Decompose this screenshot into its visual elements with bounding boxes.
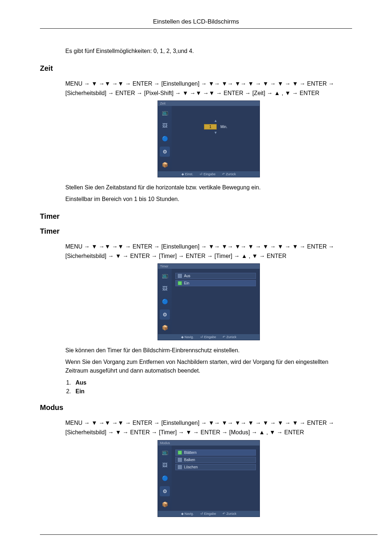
osd-icon-setup-icon[interactable]: ⚙: [160, 486, 170, 496]
osd-icon-multi-icon[interactable]: 📦: [160, 323, 170, 333]
checkbox-icon: [178, 465, 182, 469]
osd-option-balken[interactable]: Balken: [175, 457, 256, 463]
osd-option-ein[interactable]: Ein: [175, 280, 256, 286]
osd-zeit: Zeit 📺 🖼 🔵 ⚙ 📦 ▲ 1 Min.: [158, 100, 260, 177]
spinner-up-icon[interactable]: ▲: [175, 119, 256, 123]
checkbox-icon: [178, 451, 182, 455]
list-item: Ein: [73, 388, 352, 395]
osd-icon-picture-icon[interactable]: 🖼: [160, 460, 170, 470]
spinner-value: 1: [204, 124, 217, 130]
option-label: Aus: [184, 274, 190, 278]
osd-option-loeschen[interactable]: Löschen: [175, 464, 256, 470]
osd-sidebar: 📺 🖼 🔵 ⚙ 📦: [158, 106, 172, 171]
osd-timer: Timer 📺 🖼 🔵 ⚙ 📦 Aus Ein: [158, 263, 260, 340]
option-label: Balken: [184, 458, 195, 462]
osd-modus-title: Modus: [158, 440, 260, 446]
osd-sidebar: 📺 🖼 🔵 ⚙ 📦: [158, 269, 172, 334]
osd-modus: Modus 📺 🖼 🔵 ⚙ 📦 Blättern Balk: [158, 440, 260, 517]
osd-timer-footer: ◆ Navig. ⏎ Eingabe ↶ Zurück: [158, 334, 260, 340]
osd-icon-input-icon[interactable]: 📺: [160, 270, 170, 280]
spinner-unit: Min.: [220, 125, 227, 129]
osd-icon-input-icon[interactable]: 📺: [160, 107, 170, 118]
footer-back: ↶ Zurück: [222, 512, 236, 516]
osd-zeit-footer: ◆ Einst. ⏎ Eingabe ↶ Zurück: [158, 171, 260, 177]
section-timer-heading-1: Timer: [40, 212, 352, 221]
timer-option-list: Aus Ein: [65, 379, 352, 395]
osd-icon-setup-icon[interactable]: ⚙: [160, 147, 170, 157]
osd-icon-sound-icon[interactable]: 🔵: [160, 296, 170, 307]
osd-icon-input-icon[interactable]: 📺: [160, 447, 170, 457]
content-body: Es gibt fünf Einstellmöglichkeiten: 0, 1…: [65, 47, 352, 535]
osd-option-aus[interactable]: Aus: [175, 273, 256, 279]
osd-icon-setup-icon[interactable]: ⚙: [160, 309, 170, 320]
option-label: Ein: [184, 281, 189, 285]
footer-enter: ⏎ Eingabe: [200, 335, 216, 339]
footer-rule: [40, 534, 377, 535]
osd-icon-multi-icon[interactable]: 📦: [160, 160, 170, 170]
footer-nav: ◆ Navig.: [181, 335, 194, 339]
osd-modus-main: Blättern Balken Löschen: [172, 446, 260, 511]
document-page: Einstellen des LCD-Bildschirms Es gibt f…: [0, 0, 392, 554]
spinner-down-icon[interactable]: ▼: [175, 131, 256, 135]
zeit-text-2: Einstellbar im Bereich von 1 bis 10 Stun…: [65, 195, 352, 204]
checkbox-icon: [178, 274, 182, 278]
footer-enter: ⏎ Eingabe: [200, 512, 216, 516]
page-header: Einstellen des LCD-Bildschirms: [40, 18, 352, 29]
osd-icon-sound-icon[interactable]: 🔵: [160, 473, 170, 483]
osd-zeit-main: ▲ 1 Min. ▼: [172, 106, 260, 171]
osd-option-blaettern[interactable]: Blättern: [175, 450, 256, 456]
section-timer-heading-2: Timer: [40, 227, 352, 235]
section-zeit-heading: Zeit: [40, 64, 352, 73]
footer-adjust: ◆ Einst.: [181, 172, 193, 176]
checkbox-icon: [178, 458, 182, 462]
osd-timer-main: Aus Ein: [172, 269, 260, 334]
list-item-label: Aus: [75, 379, 86, 386]
list-item: Aus: [73, 379, 352, 386]
osd-icon-multi-icon[interactable]: 📦: [160, 499, 170, 509]
osd-timer-title: Timer: [158, 264, 260, 269]
footer-enter: ⏎ Eingabe: [200, 172, 216, 176]
timer-nav-path: MENU → ▼ →▼ →▼ → ENTER → [Einstellungen]…: [65, 242, 352, 260]
section-modus-heading: Modus: [40, 403, 352, 412]
checkbox-icon: [178, 281, 182, 285]
footer-nav: ◆ Navig.: [181, 512, 194, 516]
option-label: Blättern: [184, 451, 196, 455]
timer-text-1: Sie können den Timer für den Bildschirm-…: [65, 346, 352, 355]
timer-text-2: Wenn Sie den Vorgang zum Entfernen von N…: [65, 358, 352, 375]
intro-text: Es gibt fünf Einstellmöglichkeiten: 0, 1…: [65, 47, 352, 56]
osd-icon-sound-icon[interactable]: 🔵: [160, 134, 170, 144]
zeit-text-1: Stellen Sie den Zeitabstand für die hori…: [65, 183, 352, 192]
list-item-label: Ein: [75, 388, 85, 394]
option-label: Löschen: [184, 465, 198, 469]
footer-back: ↶ Zurück: [222, 172, 236, 176]
footer-back: ↶ Zurück: [222, 335, 236, 339]
osd-zeit-spinner[interactable]: ▲ 1 Min. ▼: [175, 119, 256, 135]
modus-nav-path: MENU → ▼ →▼ →▼ → ENTER → [Einstellungen]…: [65, 418, 352, 437]
osd-zeit-title: Zeit: [158, 101, 260, 106]
osd-modus-footer: ◆ Navig. ⏎ Eingabe ↶ Zurück: [158, 511, 260, 517]
osd-icon-picture-icon[interactable]: 🖼: [160, 120, 170, 131]
osd-sidebar: 📺 🖼 🔵 ⚙ 📦: [158, 446, 172, 511]
osd-icon-picture-icon[interactable]: 🖼: [160, 283, 170, 294]
zeit-nav-path: MENU → ▼ →▼ →▼ → ENTER → [Einstellungen]…: [65, 79, 352, 98]
